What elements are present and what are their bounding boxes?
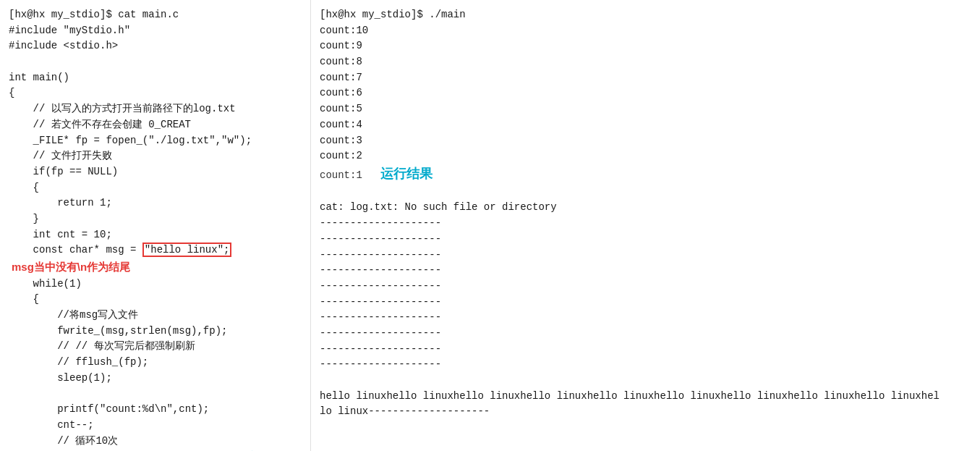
annotation-no-newline: msg当中没有\n作为结尾	[9, 258, 302, 277]
output-hello-linux-1: hello linuxhello linuxhello linuxhello l…	[320, 389, 971, 405]
output-dash-4: --------------------	[320, 263, 971, 279]
code-line-11: {	[9, 180, 302, 196]
main-container: [hx@hx my_stdio]$ cat main.c #include "m…	[0, 0, 980, 451]
code-line-1: [hx@hx my_stdio]$ cat main.c	[9, 7, 302, 23]
output-count-9: count:9	[320, 38, 971, 54]
output-count-1: count:1	[320, 168, 380, 184]
code-line-blank-1	[9, 54, 302, 70]
output-count-5: count:5	[320, 101, 971, 117]
code-line-blank-2	[9, 387, 302, 402]
code-line-5: {	[9, 85, 302, 101]
code-line-10: if(fp == NULL)	[9, 164, 302, 180]
right-output-panel: [hx@hx my_stdio]$ ./main count:10 count:…	[311, 0, 980, 451]
output-count-6: count:6	[320, 85, 971, 101]
output-dash-8: --------------------	[320, 326, 971, 342]
output-blank-2	[320, 373, 971, 389]
output-count-1-row: count:1 运行结果	[320, 164, 971, 185]
output-dash-2: --------------------	[320, 232, 971, 248]
code-line-highlight: const char* msg = "hello linux";	[9, 243, 302, 258]
code-line-14: int cnt = 10;	[9, 227, 302, 243]
output-dash-9: --------------------	[320, 342, 971, 358]
output-dash-3: --------------------	[320, 248, 971, 264]
output-dash-10: --------------------	[320, 357, 971, 373]
code-line-7: // 若文件不存在会创建 0_CREAT	[9, 117, 302, 133]
code-line-2: #include "myStdio.h"	[9, 23, 302, 39]
code-line-comment-loop: // 循环10次	[9, 434, 302, 450]
code-line-printf: printf("count:%d\n",cnt);	[9, 402, 302, 418]
result-label: 运行结果	[380, 164, 433, 185]
output-count-4: count:4	[320, 117, 971, 133]
output-hello-linux-2: lo linux--------------------	[320, 404, 971, 420]
code-line-sleep: sleep(1);	[9, 371, 302, 387]
output-count-3: count:3	[320, 133, 971, 149]
code-line-fwrite: fwrite_(msg,strlen(msg),fp);	[9, 324, 302, 340]
code-line-8: _FILE* fp = fopen_("./log.txt","w");	[9, 133, 302, 149]
output-prompt: [hx@hx my_stdio]$ ./main	[320, 7, 971, 23]
output-count-7: count:7	[320, 70, 971, 86]
output-dash-7: --------------------	[320, 310, 971, 326]
code-line-9: // 文件打开失败	[9, 148, 302, 164]
code-line-3: #include <stdio.h>	[9, 38, 302, 54]
left-code-panel: [hx@hx my_stdio]$ cat main.c #include "m…	[0, 0, 311, 451]
code-line-cnt-dec: cnt--;	[9, 418, 302, 434]
code-line-comment-flush: // // 每次写完后都强制刷新	[9, 339, 302, 355]
code-line-fflush-commented: // fflush_(fp);	[9, 355, 302, 371]
output-no-file: cat: log.txt: No such file or directory	[320, 200, 971, 216]
code-line-6: // 以写入的方式打开当前路径下的log.txt	[9, 101, 302, 117]
code-line-comment-write: //将msg写入文件	[9, 308, 302, 324]
code-line-while: while(1)	[9, 277, 302, 292]
output-dash-6: --------------------	[320, 295, 971, 311]
code-line-12: return 1;	[9, 195, 302, 211]
annotation-no-newline-text: msg当中没有\n作为结尾	[12, 261, 130, 273]
output-dash-1: --------------------	[320, 216, 971, 232]
output-count-2: count:2	[320, 148, 971, 164]
output-blank-1	[320, 185, 971, 201]
output-dash-5: --------------------	[320, 279, 971, 295]
code-line-4: int main()	[9, 70, 302, 86]
output-count-8: count:8	[320, 54, 971, 70]
code-line-brace-open: {	[9, 292, 302, 308]
code-line-13: }	[9, 211, 302, 227]
output-count-10: count:10	[320, 23, 971, 39]
highlight-string: "hello linux";	[142, 243, 232, 257]
